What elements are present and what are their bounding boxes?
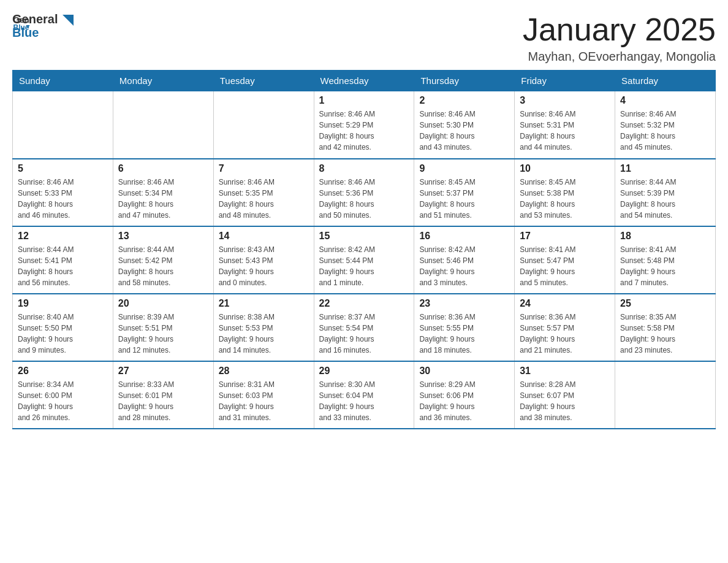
header-monday: Monday [113,71,213,91]
header-wednesday: Wednesday [314,71,414,91]
day-number: 14 [219,231,309,242]
week-row-5: 26Sunrise: 8:34 AMSunset: 6:00 PMDayligh… [13,361,716,429]
week-row-4: 19Sunrise: 8:40 AMSunset: 5:50 PMDayligh… [13,294,716,361]
day-cell: 28Sunrise: 8:31 AMSunset: 6:03 PMDayligh… [213,361,314,429]
day-info: Sunrise: 8:44 AMSunset: 5:39 PMDaylight:… [620,177,710,221]
day-cell: 30Sunrise: 8:29 AMSunset: 6:06 PMDayligh… [414,361,515,429]
day-info: Sunrise: 8:39 AMSunset: 5:51 PMDaylight:… [118,312,208,356]
day-info: Sunrise: 8:46 AMSunset: 5:31 PMDaylight:… [520,109,610,153]
day-number: 22 [319,298,409,309]
day-cell: 3Sunrise: 8:46 AMSunset: 5:31 PMDaylight… [515,91,615,159]
day-number: 20 [118,298,208,309]
day-cell: 23Sunrise: 8:36 AMSunset: 5:55 PMDayligh… [414,294,515,361]
header-row: SundayMondayTuesdayWednesdayThursdayFrid… [13,71,716,91]
header-tuesday: Tuesday [213,71,314,91]
day-number: 17 [520,231,610,242]
day-number: 18 [620,231,710,242]
day-info: Sunrise: 8:46 AMSunset: 5:30 PMDaylight:… [419,109,509,153]
day-cell: 29Sunrise: 8:30 AMSunset: 6:04 PMDayligh… [314,361,414,429]
day-cell: 5Sunrise: 8:46 AMSunset: 5:33 PMDaylight… [13,159,113,226]
day-number: 28 [219,366,309,377]
day-info: Sunrise: 8:31 AMSunset: 6:03 PMDaylight:… [219,379,309,423]
day-cell: 27Sunrise: 8:33 AMSunset: 6:01 PMDayligh… [113,361,213,429]
day-number: 26 [18,366,108,377]
day-info: Sunrise: 8:46 AMSunset: 5:32 PMDaylight:… [620,109,710,153]
day-number: 6 [118,163,208,174]
header-sunday: Sunday [13,71,113,91]
logo-triangle-icon [63,15,74,26]
day-number: 19 [18,298,108,309]
day-number: 10 [520,163,610,174]
day-cell: 13Sunrise: 8:44 AMSunset: 5:42 PMDayligh… [113,226,213,294]
day-number: 21 [219,298,309,309]
logo-text: General Blue [12,12,74,39]
day-number: 7 [219,163,309,174]
day-info: Sunrise: 8:44 AMSunset: 5:41 PMDaylight:… [18,244,108,288]
header-thursday: Thursday [414,71,515,91]
day-info: Sunrise: 8:38 AMSunset: 5:53 PMDaylight:… [219,312,309,356]
calendar-title: January 2025 [523,12,716,47]
day-info: Sunrise: 8:45 AMSunset: 5:38 PMDaylight:… [520,177,610,221]
logo-blue: Blue [12,26,74,39]
day-info: Sunrise: 8:46 AMSunset: 5:29 PMDaylight:… [319,109,409,153]
day-cell [113,91,213,159]
page-header: General Blue January 2025 Mayhan, OEvoer… [12,12,716,64]
day-number: 9 [419,163,509,174]
day-cell: 4Sunrise: 8:46 AMSunset: 5:32 PMDaylight… [615,91,716,159]
day-cell: 22Sunrise: 8:37 AMSunset: 5:54 PMDayligh… [314,294,414,361]
day-cell: 25Sunrise: 8:35 AMSunset: 5:58 PMDayligh… [615,294,716,361]
day-number: 29 [319,366,409,377]
week-row-3: 12Sunrise: 8:44 AMSunset: 5:41 PMDayligh… [13,226,716,294]
day-cell: 1Sunrise: 8:46 AMSunset: 5:29 PMDaylight… [314,91,414,159]
logo-general: General [12,12,74,26]
day-info: Sunrise: 8:36 AMSunset: 5:55 PMDaylight:… [419,312,509,356]
day-info: Sunrise: 8:41 AMSunset: 5:47 PMDaylight:… [520,244,610,288]
day-cell: 10Sunrise: 8:45 AMSunset: 5:38 PMDayligh… [515,159,615,226]
day-number: 5 [18,163,108,174]
day-number: 4 [620,95,710,106]
logo-container: General Blue [12,12,74,39]
day-info: Sunrise: 8:44 AMSunset: 5:42 PMDaylight:… [118,244,208,288]
week-row-1: 1Sunrise: 8:46 AMSunset: 5:29 PMDaylight… [13,91,716,159]
title-area: January 2025 Mayhan, OEvoerhangay, Mongo… [523,12,716,64]
day-number: 1 [319,95,409,106]
header-friday: Friday [515,71,615,91]
day-info: Sunrise: 8:34 AMSunset: 6:00 PMDaylight:… [18,379,108,423]
day-number: 2 [419,95,509,106]
day-info: Sunrise: 8:41 AMSunset: 5:48 PMDaylight:… [620,244,710,288]
day-info: Sunrise: 8:46 AMSunset: 5:36 PMDaylight:… [319,177,409,221]
day-cell: 8Sunrise: 8:46 AMSunset: 5:36 PMDaylight… [314,159,414,226]
day-number: 31 [520,366,610,377]
day-cell [213,91,314,159]
day-info: Sunrise: 8:40 AMSunset: 5:50 PMDaylight:… [18,312,108,356]
day-info: Sunrise: 8:43 AMSunset: 5:43 PMDaylight:… [219,244,309,288]
day-number: 15 [319,231,409,242]
day-number: 25 [620,298,710,309]
day-number: 8 [319,163,409,174]
day-number: 30 [419,366,509,377]
day-cell: 16Sunrise: 8:42 AMSunset: 5:46 PMDayligh… [414,226,515,294]
day-cell [615,361,716,429]
day-info: Sunrise: 8:35 AMSunset: 5:58 PMDaylight:… [620,312,710,356]
day-info: Sunrise: 8:30 AMSunset: 6:04 PMDaylight:… [319,379,409,423]
day-cell: 14Sunrise: 8:43 AMSunset: 5:43 PMDayligh… [213,226,314,294]
day-number: 13 [118,231,208,242]
day-cell: 15Sunrise: 8:42 AMSunset: 5:44 PMDayligh… [314,226,414,294]
calendar-table: SundayMondayTuesdayWednesdayThursdayFrid… [12,70,716,429]
day-cell [13,91,113,159]
calendar-header: SundayMondayTuesdayWednesdayThursdayFrid… [13,71,716,91]
day-info: Sunrise: 8:45 AMSunset: 5:37 PMDaylight:… [419,177,509,221]
day-cell: 2Sunrise: 8:46 AMSunset: 5:30 PMDaylight… [414,91,515,159]
header-saturday: Saturday [615,71,716,91]
day-cell: 21Sunrise: 8:38 AMSunset: 5:53 PMDayligh… [213,294,314,361]
day-cell: 7Sunrise: 8:46 AMSunset: 5:35 PMDaylight… [213,159,314,226]
day-info: Sunrise: 8:37 AMSunset: 5:54 PMDaylight:… [319,312,409,356]
day-cell: 18Sunrise: 8:41 AMSunset: 5:48 PMDayligh… [615,226,716,294]
calendar-subtitle: Mayhan, OEvoerhangay, Mongolia [523,50,716,64]
day-info: Sunrise: 8:46 AMSunset: 5:34 PMDaylight:… [118,177,208,221]
day-cell: 26Sunrise: 8:34 AMSunset: 6:00 PMDayligh… [13,361,113,429]
day-number: 12 [18,231,108,242]
day-info: Sunrise: 8:42 AMSunset: 5:46 PMDaylight:… [419,244,509,288]
day-number: 27 [118,366,208,377]
day-number: 11 [620,163,710,174]
